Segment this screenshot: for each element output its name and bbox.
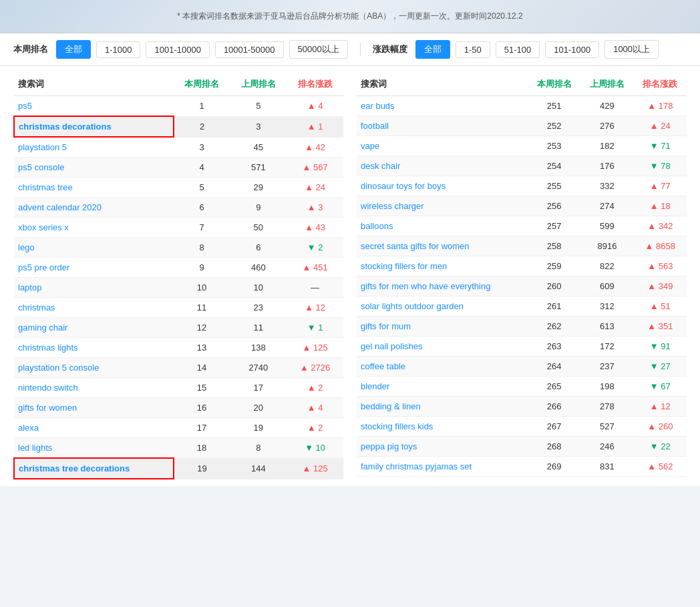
search-term-cell[interactable]: peppa pig toys [357, 437, 528, 457]
change-cell: ▲ 563 [634, 256, 687, 276]
search-term-cell[interactable]: christmas tree decorations [14, 458, 174, 479]
left-header-thisweek: 本周排名 [174, 73, 230, 96]
last-week-cell: 23 [230, 298, 287, 318]
change-up: ▲ 8658 [645, 241, 675, 251]
change-btn-101-1000[interactable]: 101-1000 [545, 41, 599, 58]
range-btn-50000plus[interactable]: 50000以上 [289, 40, 348, 59]
last-week-cell: 29 [230, 178, 287, 198]
range-btn-10001-50000[interactable]: 10001-50000 [215, 41, 284, 58]
this-week-cell: 260 [528, 276, 580, 296]
table-row: christmas1123▲ 12 [14, 298, 343, 318]
change-btn-51-100[interactable]: 51-100 [496, 41, 540, 58]
table-row: gaming chair1211▼ 1 [14, 318, 343, 338]
table-row: wireless charger256274▲ 18 [357, 196, 687, 216]
search-term-cell[interactable]: advent calendar 2020 [14, 198, 174, 218]
search-term-cell[interactable]: stocking fillers for men [357, 256, 528, 276]
change-up: ▲ 351 [647, 321, 673, 331]
this-week-cell: 13 [174, 338, 230, 358]
table-row: stocking fillers for men259822▲ 563 [357, 256, 687, 276]
last-week-cell: 9 [230, 198, 287, 218]
last-week-cell: 312 [580, 296, 633, 317]
this-week-cell: 262 [528, 317, 580, 337]
search-term-cell[interactable]: blender [357, 377, 528, 397]
search-term-cell[interactable]: desk chair [357, 156, 528, 176]
search-term-cell[interactable]: gel nail polishes [357, 337, 528, 357]
search-term-cell[interactable]: balloons [357, 216, 528, 236]
search-term-cell[interactable]: ps5 pre order [14, 258, 174, 278]
change-up: ▲ 2726 [300, 363, 330, 373]
last-week-cell: 527 [580, 417, 633, 437]
search-term-cell[interactable]: laptop [14, 278, 174, 298]
range-btn-all[interactable]: 全部 [56, 40, 91, 59]
change-cell: ▼ 91 [634, 337, 687, 357]
search-term-cell[interactable]: ear buds [357, 96, 528, 116]
table-row: desk chair254176▼ 78 [357, 156, 687, 176]
search-term-cell[interactable]: bedding & linen [357, 397, 528, 417]
search-term-cell[interactable]: christmas lights [14, 338, 174, 358]
change-up: ▲ 2 [307, 383, 323, 393]
table-row: advent calendar 202069▲ 3 [14, 198, 343, 218]
search-term-cell[interactable]: christmas [14, 298, 174, 318]
table-row: stocking fillers kids267527▲ 260 [357, 417, 687, 437]
table-row: vape253182▼ 71 [357, 136, 687, 156]
range-btn-1-1000[interactable]: 1-1000 [96, 41, 140, 58]
change-up: ▲ 24 [650, 121, 671, 131]
last-week-cell: 172 [580, 337, 633, 357]
change-cell: ▲ 3 [287, 198, 343, 218]
table-row: peppa pig toys268246▼ 22 [357, 437, 687, 457]
change-cell: ▼ 71 [634, 136, 687, 156]
this-week-cell: 251 [528, 96, 580, 116]
search-term-cell[interactable]: ps5 console [14, 158, 174, 178]
this-week-cell: 265 [528, 377, 580, 397]
search-term-cell[interactable]: lego [14, 238, 174, 258]
range-btn-1001-10000[interactable]: 1001-10000 [146, 41, 209, 58]
search-term-cell[interactable]: gifts for mum [357, 317, 528, 337]
search-term-cell[interactable]: wireless charger [357, 196, 528, 216]
search-term-cell[interactable]: secret santa gifts for women [357, 236, 528, 256]
search-term-cell[interactable]: stocking fillers kids [357, 417, 528, 437]
search-term-cell[interactable]: playstation 5 [14, 137, 174, 158]
this-week-cell: 3 [174, 137, 230, 158]
search-term-cell[interactable]: christmas tree [14, 178, 174, 198]
search-term-cell[interactable]: xbox series x [14, 218, 174, 238]
this-week-cell: 269 [528, 457, 580, 477]
last-week-cell: 182 [580, 136, 633, 156]
change-up: ▲ 562 [647, 461, 673, 471]
table-row: gifts for mum262613▲ 351 [357, 317, 687, 337]
search-term-cell[interactable]: solar lights outdoor garden [357, 296, 528, 317]
change-up: ▲ 178 [647, 101, 673, 111]
change-cell: ▲ 42 [287, 137, 343, 158]
search-term-cell[interactable]: football [357, 116, 528, 136]
right-header-thisweek: 本周排名 [528, 73, 580, 96]
search-term-cell[interactable]: alexa [14, 418, 174, 438]
change-btn-all[interactable]: 全部 [415, 40, 450, 59]
this-week-cell: 17 [174, 418, 230, 438]
change-cell: ▼ 1 [287, 318, 343, 338]
change-up: ▲ 125 [303, 343, 328, 353]
search-term-cell[interactable]: christmas decorations [14, 116, 174, 137]
search-term-cell[interactable]: dinosaur toys for boys [357, 176, 528, 196]
left-header-change: 排名涨跌 [287, 73, 343, 96]
change-down: ▼ 2 [307, 242, 323, 252]
change-btn-1-50[interactable]: 1-50 [456, 41, 490, 58]
search-term-cell[interactable]: playstation 5 console [14, 358, 174, 378]
change-cell: ▼ 2 [287, 238, 343, 258]
search-term-cell[interactable]: led lights [14, 438, 174, 459]
search-term-cell[interactable]: gifts for women [14, 398, 174, 418]
table-row: playstation 5345▲ 42 [14, 137, 343, 158]
search-term-cell[interactable]: nintendo switch [14, 378, 174, 398]
right-table-section: 搜索词 本周排名 上周排名 排名涨跌 ear buds251429▲ 178fo… [357, 73, 687, 479]
search-term-cell[interactable]: ps5 [14, 96, 174, 117]
search-term-cell[interactable]: gifts for men who have everything [357, 276, 528, 296]
filter-divider [360, 43, 361, 56]
table-row: playstation 5 console142740▲ 2726 [14, 358, 343, 378]
last-week-cell: 17 [230, 378, 287, 398]
change-up: ▲ 77 [650, 181, 671, 191]
search-term-cell[interactable]: family christmas pyjamas set [357, 457, 528, 477]
this-week-cell: 2 [174, 116, 230, 137]
search-term-cell[interactable]: coffee table [357, 357, 528, 377]
search-term-cell[interactable]: vape [357, 136, 528, 156]
table-row: dinosaur toys for boys255332▲ 77 [357, 176, 687, 196]
change-btn-1000plus[interactable]: 1000以上 [604, 40, 659, 59]
search-term-cell[interactable]: gaming chair [14, 318, 174, 338]
